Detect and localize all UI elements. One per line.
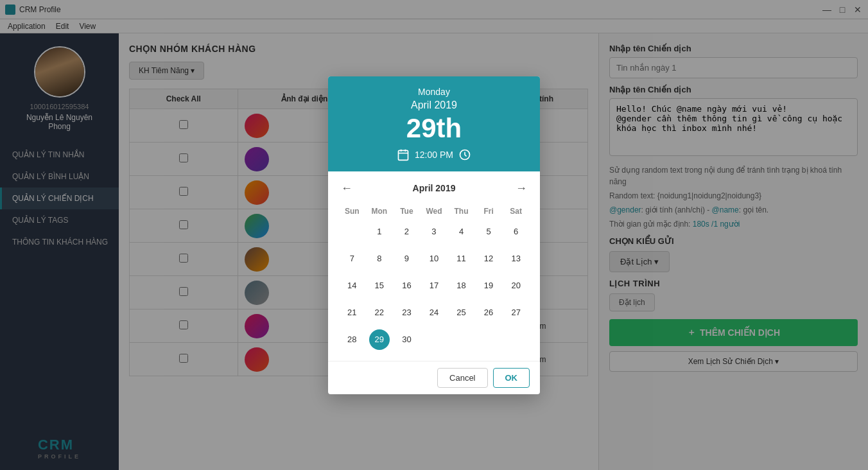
- cal-week-row: 28 29 30: [338, 326, 530, 353]
- cal-day-empty: [421, 326, 448, 353]
- cal-week-row: 21 22 23 24 25 26 27: [338, 299, 530, 326]
- cal-day[interactable]: 5: [475, 218, 503, 245]
- col-mon: Mon: [366, 204, 394, 218]
- col-thu: Thu: [447, 204, 475, 218]
- cal-day[interactable]: 28: [338, 326, 366, 353]
- cal-day[interactable]: 23: [393, 299, 421, 326]
- calendar-grid: Sun Mon Tue Wed Thu Fri Sat 1 2 3: [338, 204, 530, 353]
- cal-day[interactable]: 17: [421, 272, 448, 299]
- calendar-time-value: 12:00 PM: [415, 150, 453, 160]
- col-fri: Fri: [475, 204, 503, 218]
- calendar-body: ← April 2019 → Sun Mon Tue Wed Thu Fri S…: [328, 171, 540, 361]
- cal-week-row: 1 2 3 4 5 6: [338, 218, 530, 245]
- cal-day[interactable]: 20: [502, 272, 530, 299]
- col-wed: Wed: [421, 204, 448, 218]
- calendar-nav-title: April 2019: [413, 183, 456, 193]
- cal-day[interactable]: 4: [447, 218, 475, 245]
- cal-day[interactable]: 15: [366, 272, 394, 299]
- calendar-prev-button[interactable]: ←: [338, 179, 355, 198]
- cal-day[interactable]: 18: [447, 272, 475, 299]
- col-tue: Tue: [393, 204, 421, 218]
- calendar-ok-button[interactable]: OK: [493, 368, 530, 388]
- cal-day-empty: [475, 326, 503, 353]
- calendar-next-button[interactable]: →: [513, 179, 530, 198]
- cal-day[interactable]: 7: [338, 245, 366, 272]
- cal-day[interactable]: 25: [447, 299, 475, 326]
- cal-day-selected[interactable]: 29: [366, 326, 394, 353]
- calendar-icon: [397, 148, 410, 161]
- cal-day[interactable]: 1: [366, 218, 394, 245]
- cal-week-row: 7 8 9 10 11 12 13: [338, 245, 530, 272]
- cal-day[interactable]: 9: [393, 245, 421, 272]
- cal-day[interactable]: 8: [366, 245, 394, 272]
- calendar-cancel-button[interactable]: Cancel: [437, 368, 487, 388]
- calendar-header-month: April 2019: [338, 100, 530, 111]
- calendar-modal: Monday April 2019 29th 12:00 PM ←: [328, 76, 540, 394]
- cal-week-row: 14 15 16 17 18 19 20: [338, 272, 530, 299]
- cal-day[interactable]: 19: [475, 272, 503, 299]
- cal-day[interactable]: 14: [338, 272, 366, 299]
- cal-day[interactable]: 26: [475, 299, 503, 326]
- calendar-header-time: 12:00 PM: [338, 148, 530, 161]
- calendar-header-date: 29th: [338, 115, 530, 142]
- clock-icon: [458, 148, 471, 161]
- cal-day[interactable]: 13: [502, 245, 530, 272]
- svg-rect-0: [399, 150, 408, 160]
- cal-day[interactable]: 30: [393, 326, 421, 353]
- calendar-header-day: Monday: [338, 87, 530, 97]
- calendar-nav: ← April 2019 →: [338, 179, 530, 198]
- cal-day[interactable]: 24: [421, 299, 448, 326]
- cal-day[interactable]: 11: [447, 245, 475, 272]
- cal-day[interactable]: 27: [502, 299, 530, 326]
- cal-day-empty: [502, 326, 530, 353]
- cal-day-empty: [447, 326, 475, 353]
- cal-day[interactable]: 10: [421, 245, 448, 272]
- modal-overlay: Monday April 2019 29th 12:00 PM ←: [0, 0, 868, 470]
- cal-day[interactable]: 2: [393, 218, 421, 245]
- calendar-header: Monday April 2019 29th 12:00 PM: [328, 76, 540, 171]
- cal-day[interactable]: 16: [393, 272, 421, 299]
- col-sat: Sat: [502, 204, 530, 218]
- col-sun: Sun: [338, 204, 366, 218]
- cal-day[interactable]: 21: [338, 299, 366, 326]
- cal-day-empty: [338, 218, 366, 245]
- calendar-footer: Cancel OK: [328, 361, 540, 394]
- cal-day[interactable]: 6: [502, 218, 530, 245]
- cal-day[interactable]: 22: [366, 299, 394, 326]
- cal-day[interactable]: 3: [421, 218, 448, 245]
- cal-day[interactable]: 12: [475, 245, 503, 272]
